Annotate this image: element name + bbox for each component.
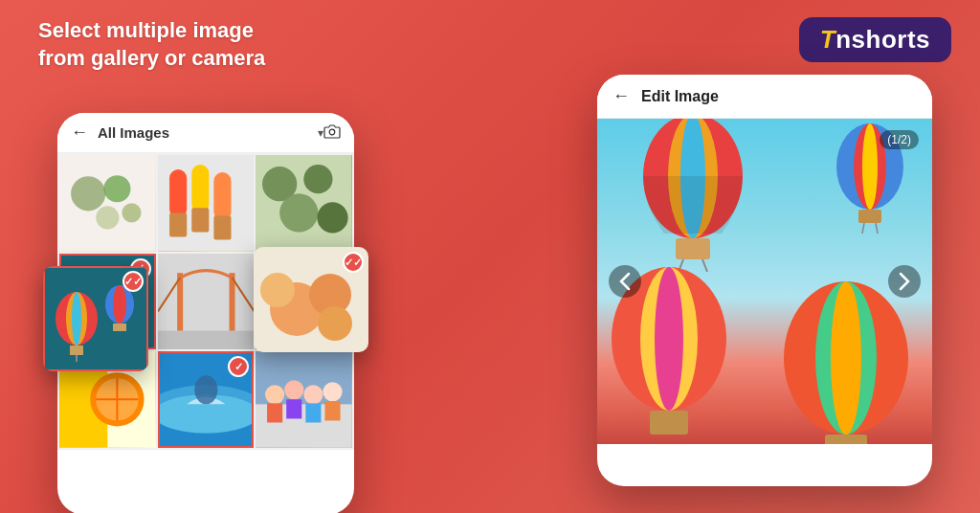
gallery-title: All Images	[98, 124, 314, 141]
svg-point-51	[323, 383, 343, 402]
edit-title: Edit Image	[641, 88, 719, 105]
logo-t: T	[820, 25, 835, 54]
svg-rect-11	[213, 172, 231, 220]
camera-icon[interactable]	[323, 123, 341, 143]
svg-rect-85	[650, 411, 688, 435]
svg-point-17	[318, 202, 348, 233]
image-viewer: (1/2)	[597, 119, 932, 444]
left-phone-wrapper: ← All Images ▾	[57, 56, 354, 513]
svg-rect-73	[676, 238, 710, 259]
balloon-scene	[597, 119, 932, 444]
svg-point-48	[265, 386, 284, 405]
nav-left-arrow[interactable]	[609, 265, 641, 298]
svg-rect-52	[267, 404, 282, 423]
right-phone: ← Edit Image	[597, 75, 932, 486]
svg-point-78	[862, 123, 878, 210]
svg-rect-53	[287, 400, 302, 419]
svg-point-3	[103, 175, 130, 202]
nav-right-arrow[interactable]	[888, 265, 921, 298]
svg-rect-89	[825, 435, 867, 444]
svg-rect-8	[169, 212, 187, 236]
svg-point-4	[96, 206, 119, 229]
svg-rect-54	[306, 404, 322, 423]
svg-line-75	[702, 259, 707, 272]
svg-rect-7	[169, 169, 187, 217]
svg-point-50	[304, 386, 323, 405]
svg-rect-26	[158, 330, 255, 349]
svg-rect-55	[325, 402, 341, 421]
svg-rect-10	[191, 208, 209, 232]
svg-point-84	[655, 267, 683, 411]
svg-line-81	[876, 223, 878, 234]
logo-text: Tnshorts	[820, 25, 930, 55]
grid-cell-roundleaves[interactable]	[256, 155, 352, 252]
svg-point-68	[260, 273, 295, 307]
logo-container: Tnshorts	[799, 17, 951, 62]
svg-rect-9	[191, 165, 209, 212]
page-counter: (1/2)	[880, 130, 919, 149]
gallery-header: ← All Images ▾	[57, 113, 354, 153]
svg-point-2	[71, 176, 105, 211]
floating-card-peaches: ✓	[254, 247, 368, 352]
grid-cell-succulents[interactable]	[59, 155, 156, 252]
svg-rect-79	[858, 210, 881, 223]
svg-rect-1	[59, 155, 156, 252]
svg-point-0	[329, 129, 335, 135]
svg-point-49	[285, 381, 304, 400]
back-arrow-icon[interactable]: ←	[71, 123, 88, 143]
grid-cell-surf[interactable]	[158, 351, 255, 448]
svg-point-5	[122, 203, 141, 222]
svg-rect-12	[213, 215, 231, 239]
svg-point-69	[318, 306, 352, 341]
svg-point-16	[279, 193, 318, 232]
svg-point-88	[831, 281, 861, 435]
logo-rest: nshorts	[835, 25, 930, 54]
floating-card-balloon: ✓	[43, 266, 148, 371]
grid-cell-popsicles[interactable]	[158, 155, 255, 252]
background: Tnshorts Select multiple image from gall…	[0, 0, 980, 513]
svg-point-15	[304, 165, 333, 193]
svg-line-80	[862, 223, 864, 234]
grid-cell-bridge[interactable]	[158, 254, 255, 350]
grid-cell-people[interactable]	[256, 351, 352, 448]
edit-header: ← Edit Image	[597, 75, 932, 119]
edit-back-arrow-icon[interactable]: ←	[612, 86, 630, 106]
headline-line1: Select multiple image	[38, 17, 265, 45]
